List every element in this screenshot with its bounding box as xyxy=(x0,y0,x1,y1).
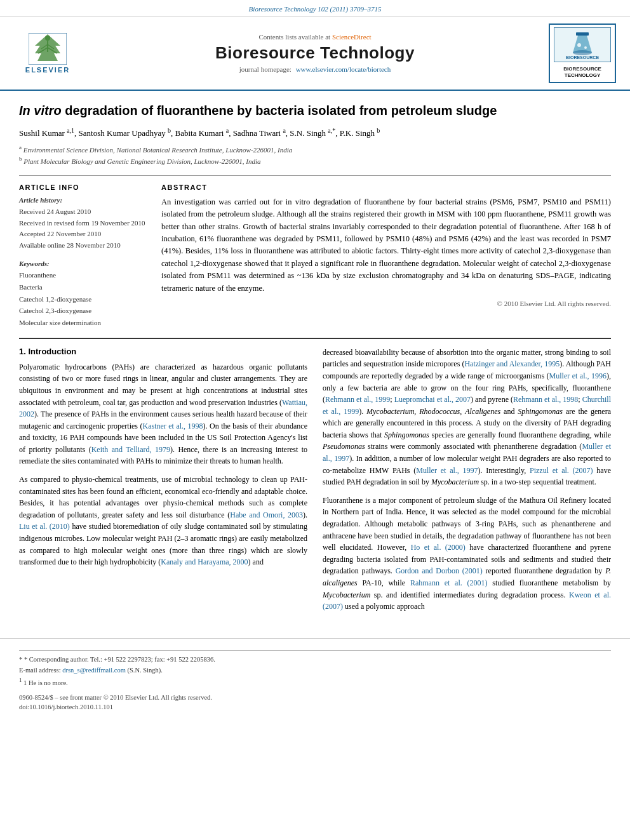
brt-logo-container: BIORESOURCE BIORESOURCE TECHNOLOGY xyxy=(547,23,617,83)
revised-date: Received in revised form 19 November 201… xyxy=(19,218,146,229)
abstract-text: An investigation was carried out for in … xyxy=(161,196,611,295)
affiliation-a: a Environmental Science Division, Nation… xyxy=(19,143,611,155)
elsevier-tree-icon xyxy=(29,33,67,65)
body-para-1: Polyaromatic hydrocarbons (PAHs) are cha… xyxy=(19,361,307,467)
brt-logo-image: BIORESOURCE xyxy=(554,27,611,62)
keyword-catechol23: Catechol 2,3-dioxygenase xyxy=(19,305,146,317)
ref-muller1997[interactable]: Muller et al., 1997 xyxy=(323,442,611,463)
ref-kastner[interactable]: Kastner et al., 1998 xyxy=(142,422,203,430)
ref-luepromchai[interactable]: Luepromchai et al., 2007 xyxy=(394,395,471,404)
ref-pizzul[interactable]: Pizzul et al. (2007) xyxy=(530,466,593,475)
footnote-1: 1 1 He is no more. xyxy=(19,676,611,688)
journal-title: Bioresource Technology xyxy=(89,43,541,63)
affiliations: a Environmental Science Division, Nation… xyxy=(19,143,611,166)
keyword-molecular-size: Molecular size determination xyxy=(19,317,146,329)
brt-logo-text: BIORESOURCE TECHNOLOGY xyxy=(554,66,611,79)
ref-rehmann1999[interactable]: Rehmann et al., 1999 xyxy=(325,395,390,404)
accepted-date: Accepted 22 November 2010 xyxy=(19,229,146,240)
body-right-column: decreased bioavailability because of abs… xyxy=(323,347,611,619)
keyword-catechol12: Catechol 1,2-dioxygenase xyxy=(19,293,146,305)
main-content: In vitro degradation of fluoranthene by … xyxy=(0,91,630,632)
ref-gordon[interactable]: Gordon and Dorbon (2001) xyxy=(396,566,483,575)
elsevier-wordmark: ELSEVIER xyxy=(25,66,70,74)
keywords-label: Keywords: xyxy=(19,260,146,267)
svg-point-11 xyxy=(577,43,581,47)
article-info-column: ARTICLE INFO Article history: Received 2… xyxy=(19,183,146,329)
svg-rect-9 xyxy=(576,32,589,36)
ref-muller1996[interactable]: Muller et al., 1996 xyxy=(549,371,607,380)
footer-copyright: 0960-8524/$ – see front matter © 2010 El… xyxy=(19,693,611,713)
body-para-3: decreased bioavailability because of abs… xyxy=(323,347,611,488)
ref-kanaly[interactable]: Kanaly and Harayama, 2000 xyxy=(161,557,248,566)
ref-rahmann[interactable]: Rahmann et al. (2001) xyxy=(410,578,488,587)
homepage-line: journal homepage: www.elsevier.com/locat… xyxy=(89,65,541,73)
received-date: Received 24 August 2010 xyxy=(19,206,146,218)
keyword-fluoranthene: Fluoranthene xyxy=(19,269,146,281)
keywords-block: Keywords: Fluoranthene Bacteria Catechol… xyxy=(19,260,146,328)
corresponding-author-note: * * Corresponding author. Tel.: +91 522 … xyxy=(19,655,611,665)
ref-keith[interactable]: Keith and Telliard, 1979 xyxy=(91,445,170,454)
ref-ho[interactable]: Ho et al. (2000) xyxy=(411,543,466,552)
body-section: 1. Introduction Polyaromatic hydrocarbon… xyxy=(19,347,611,619)
ref-liu[interactable]: Liu et al. (2010) xyxy=(19,522,70,531)
footnote-section: * * Corresponding author. Tel.: +91 522 … xyxy=(19,650,611,689)
sciencedirect-link[interactable]: ScienceDirect xyxy=(332,33,372,41)
section1-title: 1. Introduction xyxy=(19,347,307,356)
svg-point-12 xyxy=(584,46,587,49)
header-divider xyxy=(19,175,611,176)
journal-header: ELSEVIER Contents lists available at Sci… xyxy=(0,17,630,91)
ref-rehmann1998[interactable]: Rehmann et al., 1998 xyxy=(513,395,578,404)
authors-line: Sushil Kumar a,1, Santosh Kumar Upadhyay… xyxy=(19,126,611,140)
available-date: Available online 28 November 2010 xyxy=(19,240,146,251)
abstract-column: ABSTRACT An investigation was carried ou… xyxy=(161,183,611,329)
body-divider xyxy=(19,338,611,339)
ref-wattiau[interactable]: Wattiau, 2002 xyxy=(19,398,307,419)
elsevier-logo: ELSEVIER xyxy=(13,33,83,74)
sciencedirect-line: Contents lists available at ScienceDirec… xyxy=(89,33,541,41)
corresponding-email[interactable]: drsn_s@rediffmail.com xyxy=(62,667,126,674)
ref-habe[interactable]: Habe and Omori, 2003 xyxy=(230,510,303,519)
body-para-2: As compared to physio-chemical treatment… xyxy=(19,474,307,568)
copyright-line: © 2010 Elsevier Ltd. All rights reserved… xyxy=(161,300,611,307)
svg-point-2 xyxy=(45,36,50,41)
article-history-block: Article history: Received 24 August 2010… xyxy=(19,196,146,251)
ref-muller1997b[interactable]: Muller et al., 1997 xyxy=(416,466,478,475)
page-footer: * * Corresponding author. Tel.: +91 522 … xyxy=(0,638,630,717)
affiliation-b: b Plant Molecular Biology and Genetic En… xyxy=(19,155,611,166)
email-line: E-mail address: drsn_s@rediffmail.com (S… xyxy=(19,665,611,676)
abstract-heading: ABSTRACT xyxy=(161,183,611,191)
elsevier-logo-container: ELSEVIER xyxy=(13,33,83,74)
homepage-link[interactable]: www.elsevier.com/locate/biortech xyxy=(296,65,391,73)
article-title: In vitro degradation of fluoranthene by … xyxy=(19,102,611,119)
ref-hatzinger[interactable]: Hatzinger and Alexander, 1995 xyxy=(464,359,560,368)
body-left-column: 1. Introduction Polyaromatic hydrocarbon… xyxy=(19,347,307,619)
article-history-label: Article history: xyxy=(19,196,146,204)
top-bar: Bioresource Technology 102 (2011) 3709–3… xyxy=(0,0,630,17)
body-para-4: Fluoranthene is a major component of pet… xyxy=(323,495,611,613)
brt-logo-box: BIORESOURCE BIORESOURCE TECHNOLOGY xyxy=(549,23,616,83)
keyword-bacteria: Bacteria xyxy=(19,281,146,293)
article-info-heading: ARTICLE INFO xyxy=(19,183,146,191)
svg-text:BIORESOURCE: BIORESOURCE xyxy=(566,55,599,60)
article-info-abstract-section: ARTICLE INFO Article history: Received 2… xyxy=(19,183,611,329)
journal-reference: Bioresource Technology 102 (2011) 3709–3… xyxy=(249,5,382,13)
journal-center-info: Contents lists available at ScienceDirec… xyxy=(89,33,541,73)
svg-point-10 xyxy=(573,50,592,55)
